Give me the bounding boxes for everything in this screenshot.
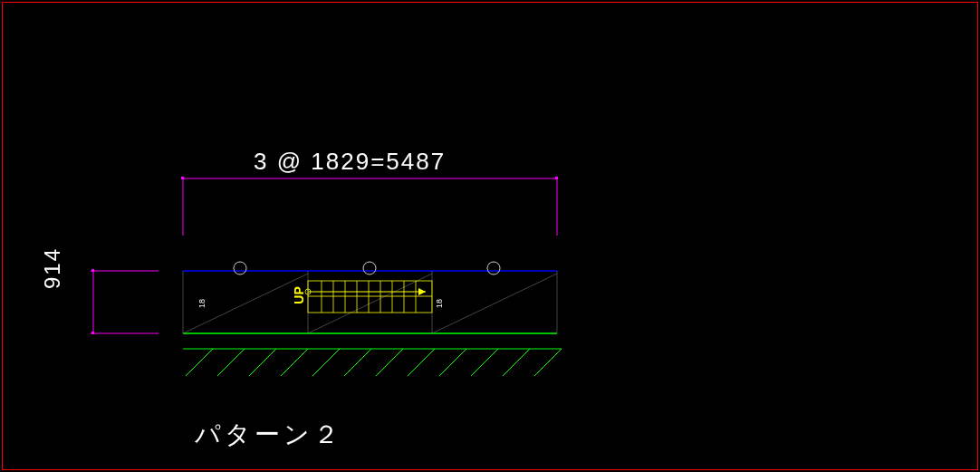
svg-line-21: [408, 349, 435, 376]
svg-line-17: [281, 349, 308, 376]
svg-line-23: [471, 349, 498, 376]
svg-line-18: [312, 349, 340, 376]
ground-hatch: [186, 349, 562, 376]
cad-drawing: [0, 0, 980, 472]
marker-tl: [181, 177, 184, 179]
svg-marker-12: [418, 288, 426, 295]
circle-3: [487, 262, 500, 275]
circle-1: [234, 262, 246, 275]
marker-tr: [555, 177, 558, 179]
svg-line-25: [534, 349, 562, 376]
svg-line-15: [217, 349, 245, 376]
dimension-left-text: 914: [40, 247, 65, 289]
svg-line-22: [439, 349, 466, 376]
diag2: [308, 274, 432, 333]
marker-lt: [91, 269, 94, 272]
small-label-left: 18: [197, 299, 207, 308]
small-label-right: 18: [435, 299, 444, 308]
dimension-top-text: 3 @ 1829=5487: [254, 148, 446, 176]
svg-rect-0: [308, 281, 432, 313]
svg-line-24: [503, 349, 530, 376]
stair: [305, 281, 432, 313]
pattern-title: パターン２: [195, 418, 342, 452]
svg-line-16: [249, 349, 276, 376]
svg-line-20: [376, 349, 403, 376]
marker-lb: [91, 332, 94, 334]
svg-line-19: [344, 349, 371, 376]
circle-2: [363, 262, 376, 275]
diag3: [432, 274, 557, 333]
svg-line-14: [186, 349, 213, 376]
up-label: UP: [292, 286, 306, 303]
